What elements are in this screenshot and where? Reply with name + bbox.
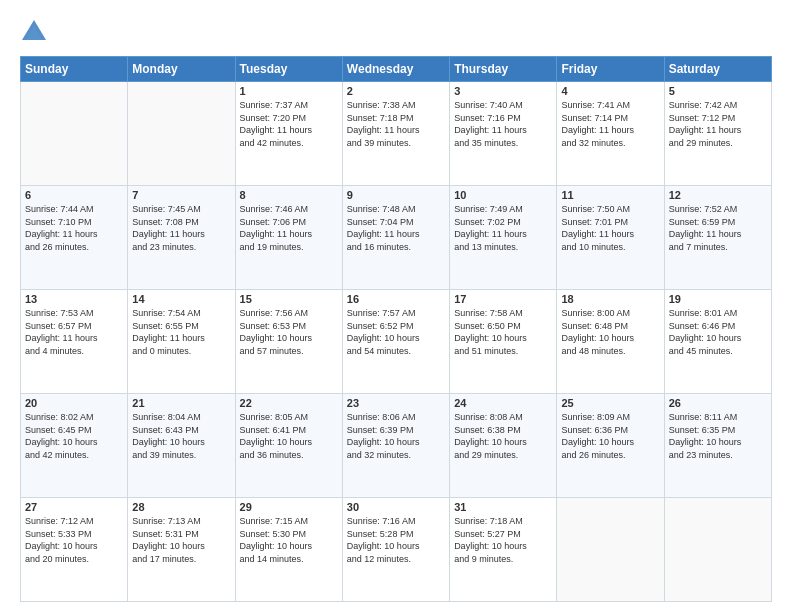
week-row-3: 20Sunrise: 8:02 AM Sunset: 6:45 PM Dayli…	[21, 394, 772, 498]
calendar-cell: 8Sunrise: 7:46 AM Sunset: 7:06 PM Daylig…	[235, 186, 342, 290]
calendar-cell: 15Sunrise: 7:56 AM Sunset: 6:53 PM Dayli…	[235, 290, 342, 394]
day-content: Sunrise: 7:53 AM Sunset: 6:57 PM Dayligh…	[25, 307, 123, 357]
logo	[20, 16, 52, 46]
calendar-cell: 16Sunrise: 7:57 AM Sunset: 6:52 PM Dayli…	[342, 290, 449, 394]
day-content: Sunrise: 8:00 AM Sunset: 6:48 PM Dayligh…	[561, 307, 659, 357]
calendar-cell: 30Sunrise: 7:16 AM Sunset: 5:28 PM Dayli…	[342, 498, 449, 602]
calendar-cell: 1Sunrise: 7:37 AM Sunset: 7:20 PM Daylig…	[235, 82, 342, 186]
day-number: 27	[25, 501, 123, 513]
day-number: 11	[561, 189, 659, 201]
day-number: 19	[669, 293, 767, 305]
calendar-cell: 2Sunrise: 7:38 AM Sunset: 7:18 PM Daylig…	[342, 82, 449, 186]
calendar-table: Sunday Monday Tuesday Wednesday Thursday…	[20, 56, 772, 602]
calendar-cell: 17Sunrise: 7:58 AM Sunset: 6:50 PM Dayli…	[450, 290, 557, 394]
day-content: Sunrise: 7:13 AM Sunset: 5:31 PM Dayligh…	[132, 515, 230, 565]
day-content: Sunrise: 7:57 AM Sunset: 6:52 PM Dayligh…	[347, 307, 445, 357]
calendar-cell: 3Sunrise: 7:40 AM Sunset: 7:16 PM Daylig…	[450, 82, 557, 186]
calendar-cell	[128, 82, 235, 186]
calendar-cell: 25Sunrise: 8:09 AM Sunset: 6:36 PM Dayli…	[557, 394, 664, 498]
calendar-cell: 22Sunrise: 8:05 AM Sunset: 6:41 PM Dayli…	[235, 394, 342, 498]
page: Sunday Monday Tuesday Wednesday Thursday…	[0, 0, 792, 612]
col-thursday: Thursday	[450, 57, 557, 82]
day-content: Sunrise: 8:04 AM Sunset: 6:43 PM Dayligh…	[132, 411, 230, 461]
day-number: 28	[132, 501, 230, 513]
day-number: 5	[669, 85, 767, 97]
day-content: Sunrise: 7:48 AM Sunset: 7:04 PM Dayligh…	[347, 203, 445, 253]
day-content: Sunrise: 7:45 AM Sunset: 7:08 PM Dayligh…	[132, 203, 230, 253]
day-content: Sunrise: 7:15 AM Sunset: 5:30 PM Dayligh…	[240, 515, 338, 565]
header	[20, 16, 772, 46]
calendar-cell: 12Sunrise: 7:52 AM Sunset: 6:59 PM Dayli…	[664, 186, 771, 290]
day-content: Sunrise: 7:44 AM Sunset: 7:10 PM Dayligh…	[25, 203, 123, 253]
calendar-cell: 6Sunrise: 7:44 AM Sunset: 7:10 PM Daylig…	[21, 186, 128, 290]
day-number: 16	[347, 293, 445, 305]
calendar-cell: 18Sunrise: 8:00 AM Sunset: 6:48 PM Dayli…	[557, 290, 664, 394]
day-number: 4	[561, 85, 659, 97]
calendar-cell: 10Sunrise: 7:49 AM Sunset: 7:02 PM Dayli…	[450, 186, 557, 290]
col-saturday: Saturday	[664, 57, 771, 82]
day-number: 8	[240, 189, 338, 201]
calendar-cell	[557, 498, 664, 602]
day-content: Sunrise: 7:52 AM Sunset: 6:59 PM Dayligh…	[669, 203, 767, 253]
calendar-cell: 23Sunrise: 8:06 AM Sunset: 6:39 PM Dayli…	[342, 394, 449, 498]
header-row: Sunday Monday Tuesday Wednesday Thursday…	[21, 57, 772, 82]
day-content: Sunrise: 7:42 AM Sunset: 7:12 PM Dayligh…	[669, 99, 767, 149]
week-row-2: 13Sunrise: 7:53 AM Sunset: 6:57 PM Dayli…	[21, 290, 772, 394]
day-content: Sunrise: 7:37 AM Sunset: 7:20 PM Dayligh…	[240, 99, 338, 149]
day-content: Sunrise: 8:09 AM Sunset: 6:36 PM Dayligh…	[561, 411, 659, 461]
calendar-cell: 27Sunrise: 7:12 AM Sunset: 5:33 PM Dayli…	[21, 498, 128, 602]
day-number: 6	[25, 189, 123, 201]
day-content: Sunrise: 7:16 AM Sunset: 5:28 PM Dayligh…	[347, 515, 445, 565]
day-number: 7	[132, 189, 230, 201]
day-number: 1	[240, 85, 338, 97]
day-number: 14	[132, 293, 230, 305]
day-content: Sunrise: 7:50 AM Sunset: 7:01 PM Dayligh…	[561, 203, 659, 253]
calendar-cell	[664, 498, 771, 602]
col-sunday: Sunday	[21, 57, 128, 82]
day-number: 26	[669, 397, 767, 409]
day-content: Sunrise: 8:02 AM Sunset: 6:45 PM Dayligh…	[25, 411, 123, 461]
calendar-cell: 31Sunrise: 7:18 AM Sunset: 5:27 PM Dayli…	[450, 498, 557, 602]
day-content: Sunrise: 8:01 AM Sunset: 6:46 PM Dayligh…	[669, 307, 767, 357]
day-content: Sunrise: 7:12 AM Sunset: 5:33 PM Dayligh…	[25, 515, 123, 565]
day-number: 31	[454, 501, 552, 513]
day-number: 12	[669, 189, 767, 201]
day-number: 2	[347, 85, 445, 97]
calendar-cell: 9Sunrise: 7:48 AM Sunset: 7:04 PM Daylig…	[342, 186, 449, 290]
week-row-1: 6Sunrise: 7:44 AM Sunset: 7:10 PM Daylig…	[21, 186, 772, 290]
day-number: 17	[454, 293, 552, 305]
calendar-cell: 7Sunrise: 7:45 AM Sunset: 7:08 PM Daylig…	[128, 186, 235, 290]
day-number: 15	[240, 293, 338, 305]
day-content: Sunrise: 8:05 AM Sunset: 6:41 PM Dayligh…	[240, 411, 338, 461]
calendar-cell: 28Sunrise: 7:13 AM Sunset: 5:31 PM Dayli…	[128, 498, 235, 602]
day-number: 30	[347, 501, 445, 513]
day-number: 9	[347, 189, 445, 201]
day-content: Sunrise: 8:06 AM Sunset: 6:39 PM Dayligh…	[347, 411, 445, 461]
day-number: 20	[25, 397, 123, 409]
week-row-4: 27Sunrise: 7:12 AM Sunset: 5:33 PM Dayli…	[21, 498, 772, 602]
calendar-cell: 5Sunrise: 7:42 AM Sunset: 7:12 PM Daylig…	[664, 82, 771, 186]
day-number: 13	[25, 293, 123, 305]
day-content: Sunrise: 7:58 AM Sunset: 6:50 PM Dayligh…	[454, 307, 552, 357]
day-number: 23	[347, 397, 445, 409]
calendar-cell: 21Sunrise: 8:04 AM Sunset: 6:43 PM Dayli…	[128, 394, 235, 498]
day-content: Sunrise: 7:54 AM Sunset: 6:55 PM Dayligh…	[132, 307, 230, 357]
calendar-cell: 20Sunrise: 8:02 AM Sunset: 6:45 PM Dayli…	[21, 394, 128, 498]
logo-icon	[20, 18, 48, 46]
day-number: 10	[454, 189, 552, 201]
calendar-cell	[21, 82, 128, 186]
day-number: 21	[132, 397, 230, 409]
calendar-cell: 14Sunrise: 7:54 AM Sunset: 6:55 PM Dayli…	[128, 290, 235, 394]
day-content: Sunrise: 7:46 AM Sunset: 7:06 PM Dayligh…	[240, 203, 338, 253]
col-monday: Monday	[128, 57, 235, 82]
calendar-cell: 11Sunrise: 7:50 AM Sunset: 7:01 PM Dayli…	[557, 186, 664, 290]
calendar-cell: 13Sunrise: 7:53 AM Sunset: 6:57 PM Dayli…	[21, 290, 128, 394]
calendar-cell: 24Sunrise: 8:08 AM Sunset: 6:38 PM Dayli…	[450, 394, 557, 498]
day-content: Sunrise: 7:40 AM Sunset: 7:16 PM Dayligh…	[454, 99, 552, 149]
day-content: Sunrise: 8:08 AM Sunset: 6:38 PM Dayligh…	[454, 411, 552, 461]
day-number: 3	[454, 85, 552, 97]
day-content: Sunrise: 7:56 AM Sunset: 6:53 PM Dayligh…	[240, 307, 338, 357]
day-content: Sunrise: 7:41 AM Sunset: 7:14 PM Dayligh…	[561, 99, 659, 149]
col-wednesday: Wednesday	[342, 57, 449, 82]
calendar-cell: 4Sunrise: 7:41 AM Sunset: 7:14 PM Daylig…	[557, 82, 664, 186]
